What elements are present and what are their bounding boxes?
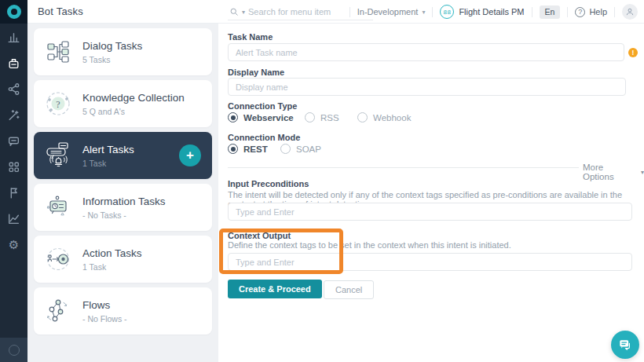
chat-icon[interactable]: [6, 133, 21, 148]
analytics-icon[interactable]: [6, 30, 21, 45]
page-title: Bot Tasks: [38, 5, 83, 17]
connection-type-label: Connection Type: [228, 101, 297, 111]
task-name-label: Task Name: [228, 32, 273, 42]
card-title: Information Tasks: [82, 196, 166, 207]
chevron-down-icon: ▾: [641, 169, 644, 176]
share-icon[interactable]: [6, 82, 21, 97]
left-icon-rail: ⚙: [0, 0, 27, 362]
app-window: ⚙ Bot Tasks ▾ In-Development ▾ 88 Flight…: [0, 0, 644, 362]
alert-tasks-icon: [34, 141, 82, 170]
search-scope-chevron-icon[interactable]: ▾: [242, 9, 245, 16]
card-subtitle: - No Flows -: [82, 314, 127, 324]
question-circle-icon: ?: [575, 7, 585, 17]
information-tasks-icon: [34, 194, 82, 221]
radio-icon: [280, 144, 291, 154]
card-title: Flows: [82, 299, 127, 311]
radio-icon: [357, 112, 368, 122]
alert-task-form: Task Name ! Display Name Connection Type…: [218, 24, 644, 362]
chat-windows-icon: [617, 337, 633, 353]
card-subtitle: 5 Tasks: [82, 55, 142, 64]
card-title: Knowledge Collection: [82, 92, 185, 104]
grid-icon[interactable]: [6, 159, 21, 174]
radio-rest[interactable]: REST: [228, 144, 280, 154]
language-badge[interactable]: En: [540, 5, 561, 19]
connection-mode-label: Connection Mode: [228, 133, 300, 142]
chat-widget-button[interactable]: [611, 331, 639, 359]
card-title: Alert Tasks: [82, 144, 134, 155]
bot-tasks-icon[interactable]: [6, 56, 21, 71]
help-button[interactable]: ? Help: [575, 7, 607, 17]
card-subtitle: 1 Task: [82, 262, 142, 272]
help-label: Help: [589, 7, 607, 16]
task-type-panel: Dialog Tasks 5 Tasks ? Knowledge Collect…: [27, 24, 218, 362]
card-dialog-tasks[interactable]: Dialog Tasks 5 Tasks: [34, 28, 212, 75]
separator: [567, 7, 568, 17]
input-preconditions-label: Input Preconditions: [228, 179, 309, 188]
environment-dropdown[interactable]: In-Development ▾: [357, 7, 426, 16]
radio-icon: [305, 112, 315, 122]
app-logo[interactable]: [0, 0, 27, 24]
card-information-tasks[interactable]: Information Tasks - No Tasks -: [34, 184, 212, 231]
kore-logo-icon: [7, 5, 21, 19]
cancel-button[interactable]: Cancel: [324, 280, 374, 299]
action-tasks-icon: [34, 246, 82, 272]
bot-name: Flight Details PM: [459, 7, 524, 16]
radio-soap[interactable]: SOAP: [280, 144, 321, 154]
more-options-toggle[interactable]: More Options ▾: [583, 163, 644, 181]
card-knowledge-collection[interactable]: ? Knowledge Collection 5 Q and A's: [34, 80, 212, 127]
separator: [349, 7, 350, 17]
dialog-tasks-icon: [34, 39, 82, 64]
card-flows[interactable]: Flows - No Flows -: [34, 287, 212, 335]
profile-button[interactable]: [622, 4, 638, 20]
magic-wand-icon[interactable]: [6, 108, 21, 122]
trend-chart-icon[interactable]: [6, 211, 21, 226]
radio-icon: [228, 112, 238, 122]
settings-gear-icon[interactable]: ⚙: [6, 237, 21, 252]
card-title: Action Tasks: [82, 247, 142, 259]
warning-icon: !: [628, 48, 638, 57]
card-action-tasks[interactable]: Action Tasks 1 Task: [34, 236, 212, 283]
bot-selector[interactable]: 88 Flight Details PM: [440, 5, 524, 19]
display-name-label: Display Name: [228, 68, 284, 77]
divider: [228, 167, 579, 168]
context-output-input[interactable]: [228, 253, 632, 271]
card-subtitle: 1 Task: [82, 159, 134, 168]
radio-rss[interactable]: RSS: [305, 112, 357, 122]
card-alert-tasks[interactable]: Alert Tasks 1 Task +: [34, 132, 212, 179]
card-title: Dialog Tasks: [82, 40, 142, 52]
user-circle-icon: [9, 345, 20, 356]
separator: [614, 7, 615, 17]
card-subtitle: - No Tasks -: [82, 210, 166, 220]
radio-webhook[interactable]: Webhook: [357, 112, 411, 122]
flag-icon[interactable]: [6, 185, 21, 200]
flows-icon: [34, 298, 82, 324]
bot-avatar-icon: 88: [440, 5, 454, 19]
add-alert-task-button[interactable]: +: [179, 144, 201, 166]
person-icon: [625, 7, 635, 16]
task-name-input[interactable]: [228, 43, 624, 61]
context-output-label: Context Output: [228, 231, 291, 240]
card-subtitle: 5 Q and A's: [82, 107, 185, 116]
radio-webservice[interactable]: Webservice: [228, 112, 305, 122]
rail-user-slot[interactable]: [0, 338, 27, 362]
radio-icon: [228, 144, 238, 154]
svg-text:?: ?: [56, 99, 60, 110]
context-output-description: Define the context tags to be set in the…: [228, 240, 511, 250]
separator: [432, 7, 433, 17]
separator: [532, 7, 532, 17]
input-preconditions-input[interactable]: [228, 203, 632, 221]
top-bar: Bot Tasks ▾ In-Development ▾ 88 Flight D…: [27, 0, 644, 24]
search-icon: [229, 7, 239, 16]
display-name-input[interactable]: [228, 78, 626, 96]
chevron-down-icon: ▾: [422, 9, 425, 16]
environment-label: In-Development: [357, 7, 419, 16]
create-proceed-button[interactable]: Create & Proceed: [228, 280, 322, 298]
knowledge-collection-icon: ?: [34, 90, 82, 117]
